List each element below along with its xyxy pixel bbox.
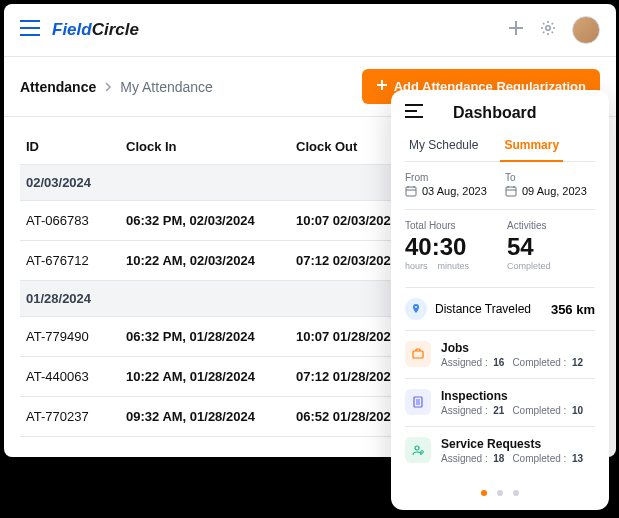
breadcrumb-sub: My Attendance (120, 79, 213, 95)
stats-row: Total Hours 40:30 hoursminutes Activitie… (405, 209, 595, 281)
plus-icon (376, 79, 388, 94)
cell-id: AT-066783 (20, 201, 120, 241)
cell-clock-in: 10:22 AM, 02/03/2024 (120, 241, 290, 281)
col-id[interactable]: ID (20, 129, 120, 165)
to-date[interactable]: To 09 Aug, 2023 (505, 172, 595, 197)
user-cog-icon (405, 437, 431, 463)
svg-rect-2 (506, 187, 516, 196)
cell-id: AT-676712 (20, 241, 120, 281)
distance-value: 356 km (551, 302, 595, 317)
calendar-icon (505, 185, 517, 197)
clipboard-icon (405, 389, 431, 415)
cell-id: AT-779490 (20, 317, 120, 357)
svg-point-7 (421, 451, 424, 454)
dot[interactable] (481, 490, 487, 496)
completed: Completed : 13 (512, 453, 583, 464)
item-title: Service Requests (441, 437, 595, 451)
dot[interactable] (513, 490, 519, 496)
breadcrumb-main[interactable]: Attendance (20, 79, 96, 95)
tab-my-schedule[interactable]: My Schedule (405, 132, 482, 161)
col-clock-in[interactable]: Clock In (120, 129, 290, 165)
cell-clock-in: 09:32 AM, 01/28/2024 (120, 397, 290, 437)
logo-field: Field (52, 20, 92, 39)
completed-word: Completed (507, 261, 595, 271)
cell-clock-in: 10:22 AM, 01/28/2024 (120, 357, 290, 397)
svg-rect-4 (413, 351, 423, 358)
cell-id: AT-770237 (20, 397, 120, 437)
cell-id: AT-440063 (20, 357, 120, 397)
dashboard-tabs: My Schedule Summary (405, 132, 595, 162)
summary-item[interactable]: JobsAssigned : 16Completed : 12 (405, 330, 595, 378)
activities-value: 54 (507, 233, 595, 261)
from-date[interactable]: From 03 Aug, 2023 (405, 172, 495, 197)
assigned: Assigned : 16 (441, 357, 504, 368)
dashboard-title: Dashboard (453, 104, 537, 122)
completed: Completed : 12 (512, 357, 583, 368)
distance-label: Distance Traveled (435, 302, 531, 316)
tab-summary[interactable]: Summary (500, 132, 563, 162)
cell-clock-in: 06:32 PM, 02/03/2024 (120, 201, 290, 241)
total-hours-value: 40:30 (405, 233, 493, 261)
item-title: Jobs (441, 341, 595, 355)
from-value: 03 Aug, 2023 (422, 185, 487, 197)
activities-label: Activities (507, 220, 595, 231)
assigned: Assigned : 21 (441, 405, 504, 416)
svg-point-6 (415, 446, 419, 450)
svg-point-0 (546, 26, 550, 30)
pin-icon (405, 298, 427, 320)
chevron-right-icon (104, 79, 112, 95)
carousel-dots (405, 474, 595, 502)
logo[interactable]: FieldCircle (52, 20, 139, 40)
panel-menu-icon[interactable] (405, 104, 423, 122)
svg-rect-1 (406, 187, 416, 196)
dashboard-panel: Dashboard My Schedule Summary From 03 Au… (391, 90, 609, 510)
to-value: 09 Aug, 2023 (522, 185, 587, 197)
item-title: Inspections (441, 389, 595, 403)
logo-circle: Circle (92, 20, 139, 39)
summary-item[interactable]: InspectionsAssigned : 21Completed : 10 (405, 378, 595, 426)
top-bar: FieldCircle (4, 4, 616, 57)
gear-icon[interactable] (540, 20, 556, 40)
from-label: From (405, 172, 495, 183)
cell-clock-in: 06:32 PM, 01/28/2024 (120, 317, 290, 357)
briefcase-icon (405, 341, 431, 367)
activities-stat: Activities 54 Completed (507, 220, 595, 271)
hours-word: hours (405, 261, 428, 271)
svg-point-3 (415, 306, 417, 308)
total-hours-stat: Total Hours 40:30 hoursminutes (405, 220, 493, 271)
minutes-word: minutes (438, 261, 470, 271)
to-label: To (505, 172, 595, 183)
avatar[interactable] (572, 16, 600, 44)
calendar-icon (405, 185, 417, 197)
dot[interactable] (497, 490, 503, 496)
menu-icon[interactable] (20, 20, 40, 40)
completed: Completed : 10 (512, 405, 583, 416)
distance-row: Distance Traveled 356 km (405, 287, 595, 330)
date-range: From 03 Aug, 2023 To 09 Aug, 2023 (405, 172, 595, 197)
total-hours-label: Total Hours (405, 220, 493, 231)
summary-item[interactable]: Service RequestsAssigned : 18Completed :… (405, 426, 595, 474)
assigned: Assigned : 18 (441, 453, 504, 464)
plus-icon[interactable] (508, 20, 524, 40)
breadcrumb: Attendance My Attendance (20, 79, 213, 95)
